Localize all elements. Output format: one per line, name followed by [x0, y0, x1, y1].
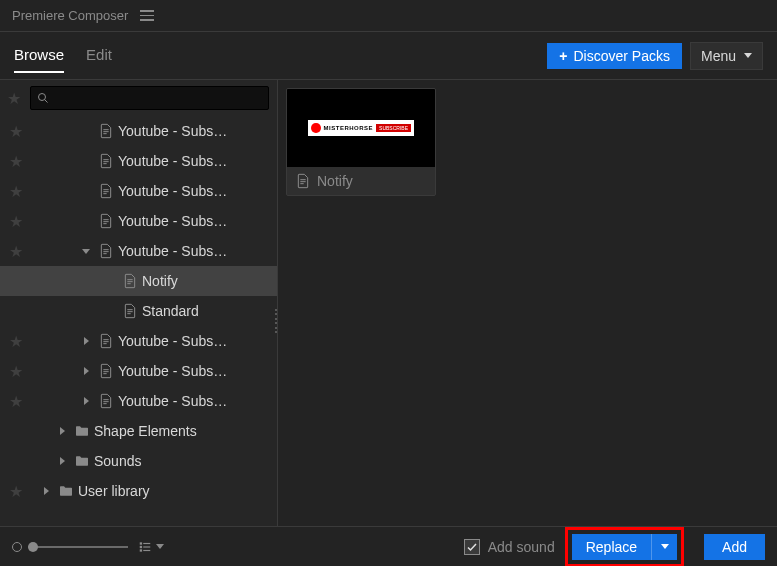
- folder-icon: [74, 453, 90, 469]
- star-icon[interactable]: ★: [6, 481, 26, 501]
- tree-row-label: Notify: [142, 273, 271, 289]
- preset-title: Notify: [317, 173, 353, 189]
- view-mode-toggle[interactable]: [138, 540, 164, 554]
- discover-packs-label: Discover Packs: [574, 48, 670, 64]
- search-row: ★: [0, 80, 277, 116]
- tab-edit[interactable]: Edit: [86, 38, 112, 73]
- file-icon: [122, 273, 138, 289]
- replace-button[interactable]: Replace: [572, 534, 651, 560]
- star-icon[interactable]: ★: [6, 331, 26, 351]
- tree-row-label: Youtube - Subs…: [118, 123, 271, 139]
- resize-handle[interactable]: [274, 309, 277, 333]
- check-icon: [466, 541, 478, 553]
- star-icon[interactable]: ★: [6, 211, 26, 231]
- chevron-down-icon: [661, 544, 669, 549]
- topbar: Browse Edit + Discover Packs Menu: [0, 32, 777, 80]
- star-icon[interactable]: ★: [6, 151, 26, 171]
- star-icon[interactable]: ★: [6, 181, 26, 201]
- star-icon[interactable]: ★: [6, 361, 26, 381]
- file-icon: [98, 153, 114, 169]
- tree-row-label: Youtube - Subs…: [118, 243, 271, 259]
- tree-row[interactable]: ★ Youtube - Subs…: [0, 326, 277, 356]
- folder-icon: [74, 423, 90, 439]
- tree-row[interactable]: ★ Youtube - Subs…: [0, 206, 277, 236]
- file-icon: [98, 333, 114, 349]
- file-icon: [98, 363, 114, 379]
- tree-row[interactable]: ★ Youtube - Subs…: [0, 236, 277, 266]
- chevron-down-icon: [156, 544, 164, 549]
- svg-rect-37: [140, 545, 142, 547]
- star-icon[interactable]: ★: [6, 241, 26, 261]
- svg-point-0: [39, 94, 46, 101]
- tree-row-label: Youtube - Subs…: [118, 183, 271, 199]
- star-icon[interactable]: ★: [6, 391, 26, 411]
- tree-row[interactable]: ★ Youtube - Subs…: [0, 116, 277, 146]
- file-icon: [295, 173, 311, 189]
- tree-row[interactable]: ★ Youtube - Subs…: [0, 386, 277, 416]
- tree-row[interactable]: Shape Elements: [0, 416, 277, 446]
- replace-dropdown-button[interactable]: [651, 534, 677, 560]
- tree-row[interactable]: Sounds: [0, 446, 277, 476]
- tree-row-label: Youtube - Subs…: [118, 153, 271, 169]
- slider-knob[interactable]: [28, 542, 38, 552]
- add-button[interactable]: Add: [704, 534, 765, 560]
- chevron-right-icon: [78, 213, 94, 229]
- thumbnail-subscribe-badge: SUBSCRIBE: [376, 124, 411, 132]
- add-sound-checkbox[interactable]: [464, 539, 480, 555]
- folder-icon: [58, 483, 74, 499]
- search-box[interactable]: [30, 86, 269, 110]
- preset-thumbnail: MISTERHORSE SUBSCRIBE: [287, 89, 435, 167]
- main-split: ★ ★ Youtube - Subs…★ Youtube - Subs…★ Yo…: [0, 80, 777, 526]
- chevron-right-icon[interactable]: [78, 393, 94, 409]
- chevron-right-icon[interactable]: [54, 453, 70, 469]
- file-icon: [98, 243, 114, 259]
- tree-row[interactable]: Notify: [0, 266, 277, 296]
- thumbnail-preview: MISTERHORSE SUBSCRIBE: [308, 120, 414, 136]
- tree-row-label: Youtube - Subs…: [118, 393, 271, 409]
- file-icon: [98, 393, 114, 409]
- content-pane: MISTERHORSE SUBSCRIBE Notify: [278, 80, 777, 526]
- file-icon: [122, 303, 138, 319]
- preset-caption: Notify: [287, 167, 435, 195]
- search-icon: [37, 92, 49, 104]
- svg-rect-40: [143, 549, 150, 550]
- circle-icon: [12, 542, 22, 552]
- tab-browse[interactable]: Browse: [14, 38, 64, 73]
- star-filter-icon[interactable]: ★: [4, 88, 24, 108]
- file-icon: [98, 213, 114, 229]
- svg-rect-39: [140, 549, 142, 551]
- titlebar: Premiere Composer: [0, 0, 777, 32]
- add-sound-label: Add sound: [488, 539, 555, 555]
- tree-row[interactable]: ★ Youtube - Subs…: [0, 146, 277, 176]
- chevron-down-icon: [744, 53, 752, 58]
- slider-track[interactable]: [28, 546, 128, 548]
- svg-rect-38: [143, 546, 150, 547]
- tree-row-label: Standard: [142, 303, 271, 319]
- chevron-right-icon[interactable]: [78, 333, 94, 349]
- file-icon: [98, 123, 114, 139]
- discover-packs-button[interactable]: + Discover Packs: [547, 43, 682, 69]
- tree-row-label: Youtube - Subs…: [118, 363, 271, 379]
- tree-row-label: Sounds: [94, 453, 271, 469]
- tree-row[interactable]: ★ Youtube - Subs…: [0, 356, 277, 386]
- preset-card[interactable]: MISTERHORSE SUBSCRIBE Notify: [286, 88, 436, 196]
- chevron-down-icon[interactable]: [78, 243, 94, 259]
- highlight-annotation: Replace: [565, 527, 684, 567]
- tree-row[interactable]: ★ User library: [0, 476, 277, 506]
- tree-row[interactable]: ★ Youtube - Subs…: [0, 176, 277, 206]
- svg-rect-36: [143, 542, 150, 543]
- menu-dropdown[interactable]: Menu: [690, 42, 763, 70]
- star-icon[interactable]: ★: [6, 121, 26, 141]
- chevron-right-icon[interactable]: [78, 363, 94, 379]
- chevron-right-icon[interactable]: [54, 423, 70, 439]
- chevron-right-icon[interactable]: [38, 483, 54, 499]
- svg-line-1: [45, 100, 48, 103]
- tree-row[interactable]: Standard: [0, 296, 277, 326]
- youtube-logo-icon: [311, 123, 321, 133]
- thumbnail-size-slider[interactable]: [12, 542, 128, 552]
- chevron-right-icon: [78, 153, 94, 169]
- hamburger-icon[interactable]: [140, 10, 154, 21]
- search-input[interactable]: [55, 90, 262, 107]
- svg-rect-35: [140, 542, 142, 544]
- tree-row-label: Youtube - Subs…: [118, 213, 271, 229]
